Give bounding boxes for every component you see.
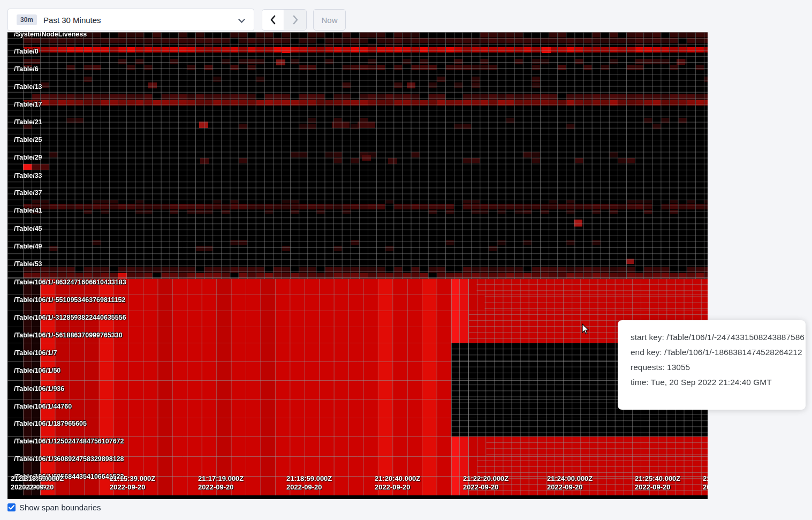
- row-label: /Table/45: [14, 225, 42, 232]
- chevron-left-icon: [270, 15, 276, 25]
- check-icon: [9, 505, 14, 510]
- time-label: 21:18:59.000Z2022-09-20: [286, 474, 332, 492]
- row-label: /Table/21: [14, 118, 42, 126]
- row-label: /Table/53: [14, 260, 42, 268]
- row-label: /Table/13: [14, 83, 42, 91]
- checkbox-label: Show span boundaries: [19, 503, 101, 512]
- row-label: /Table/106/1/-3128593822440635556: [14, 314, 126, 321]
- row-label: /Table/37: [14, 189, 42, 197]
- row-label: /Table/33: [14, 172, 42, 179]
- row-label: /Table/106/1/3608924758329898128: [14, 455, 124, 463]
- time-label: 21:24:00.000Z2022-09-20: [547, 474, 593, 492]
- row-label: /Table/106/1/7: [14, 349, 57, 357]
- tooltip-end-key: end key: /Table/106/1/-18683814745282642…: [631, 347, 793, 357]
- chevron-right-icon: [292, 15, 299, 25]
- row-label: /Table/106/1/50: [14, 367, 60, 374]
- mouse-cursor-icon: [580, 323, 589, 335]
- row-label: /Table/106/1/-5510953463769811152: [14, 296, 125, 304]
- time-range-dropdown[interactable]: 30m Past 30 Minutes: [7, 9, 254, 31]
- toolbar: 30m Past 30 Minutes Now: [0, 0, 812, 32]
- row-label: /Table/17: [14, 101, 42, 108]
- time-label: 21:15:39.000Z2022-09-20: [110, 474, 155, 492]
- key-visualizer-page: 30m Past 30 Minutes Now /System/NodeLive…: [0, 0, 812, 520]
- row-label: /Table/29: [14, 154, 42, 161]
- prev-time-button[interactable]: [262, 10, 284, 30]
- time-label: 21:17:19.000Z2022-09-20: [198, 474, 244, 492]
- row-label: /Table/106/1/-8632471606610433183: [14, 278, 126, 286]
- chevron-down-icon: [238, 16, 245, 23]
- next-time-button[interactable]: [284, 10, 306, 30]
- now-button[interactable]: Now: [313, 9, 346, 31]
- time-label: 21:20:40.000Z2022-09-20: [375, 474, 420, 492]
- row-label: /Table/106/1/187965605: [14, 420, 87, 427]
- tooltip-time: time: Tue, 20 Sep 2022 21:24:40 GMT: [631, 377, 793, 387]
- show-span-boundaries-checkbox[interactable]: [7, 503, 16, 511]
- row-label: /Table/49: [14, 243, 42, 250]
- time-range-label: Past 30 Minutes: [43, 16, 101, 25]
- heatmap-canvas[interactable]: [7, 32, 708, 499]
- row-label: /Table/106/1/1250247484756107672: [14, 438, 124, 445]
- row-label: /Table/6: [14, 65, 39, 73]
- row-label: /Table/106/1/44760: [14, 403, 72, 410]
- row-label: /System/NodeLiveness: [14, 32, 87, 38]
- time-label: 21:13:59.000Z2022-09-20: [18, 474, 64, 492]
- duration-badge: 30m: [17, 14, 37, 25]
- row-label: /Table/25: [14, 136, 42, 144]
- tooltip-requests: requests: 13055: [631, 362, 793, 372]
- time-label: 21:25:40.000Z2022-09-20: [635, 474, 680, 492]
- heatmap-chart: /System/NodeLiveness/Table/0/Table/6/Tab…: [7, 32, 708, 499]
- row-label: /Table/0: [14, 48, 39, 55]
- time-label: 21:27:20.000Z2022-09-20: [703, 474, 708, 492]
- row-label: /Table/41: [14, 207, 42, 214]
- time-label: 21:22:20.000Z2022-09-20: [463, 474, 509, 492]
- time-nav-group: [262, 9, 307, 31]
- footer: Show span boundaries: [7, 503, 101, 512]
- span-tooltip: start key: /Table/106/1/-247433150824388…: [618, 320, 806, 410]
- tooltip-start-key: start key: /Table/106/1/-247433150824388…: [631, 332, 793, 342]
- row-label: /Table/106/1/-561886370999765330: [14, 331, 123, 339]
- row-label: /Table/106/1/936: [14, 385, 64, 393]
